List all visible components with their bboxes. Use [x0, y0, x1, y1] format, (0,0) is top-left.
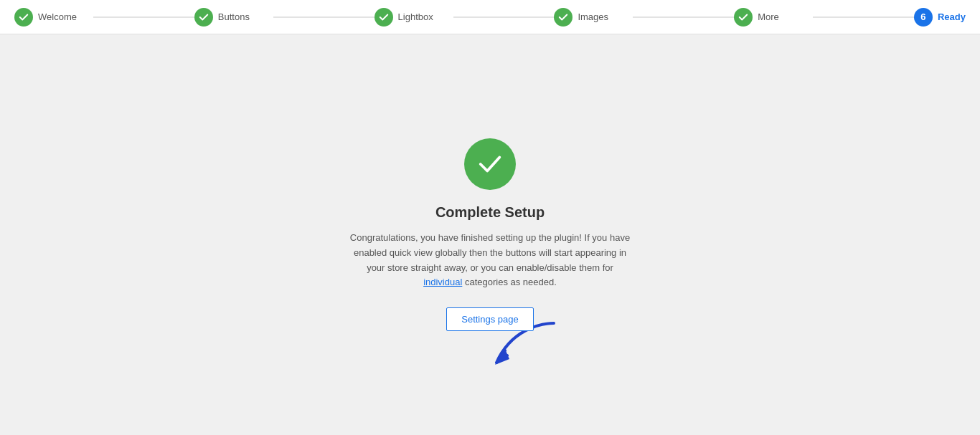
step-images-label: Images: [578, 11, 608, 22]
step-more[interactable]: More: [734, 8, 914, 27]
step-buttons-circle: [194, 8, 213, 27]
step-buttons-label: Buttons: [218, 11, 250, 22]
main-content: Complete Setup Congratulations, you have…: [0, 34, 980, 435]
step-welcome-circle: [14, 8, 33, 27]
complete-title: Complete Setup: [435, 204, 545, 221]
settings-page-button[interactable]: Settings page: [446, 307, 534, 331]
step-lightbox-circle: [374, 8, 393, 27]
individual-link[interactable]: individual: [423, 277, 462, 287]
step-lightbox-label: Lightbox: [398, 11, 433, 22]
step-more-label: More: [758, 11, 779, 22]
step-ready-label: Ready: [938, 11, 966, 22]
step-welcome-label: Welcome: [38, 11, 77, 22]
complete-check-icon: [464, 138, 516, 190]
step-images[interactable]: Images: [554, 8, 734, 27]
step-more-circle: [734, 8, 753, 27]
step-welcome[interactable]: Welcome: [14, 8, 194, 27]
step-ready-circle: 6: [914, 8, 933, 27]
step-buttons[interactable]: Buttons: [194, 8, 374, 27]
step-lightbox[interactable]: Lightbox: [374, 8, 555, 27]
stepper: Welcome Buttons Lightbox Images: [0, 0, 980, 34]
step-ready[interactable]: 6 Ready: [914, 8, 966, 27]
step-images-circle: [554, 8, 573, 27]
complete-description: Congratulations, you have finished setti…: [347, 231, 633, 290]
